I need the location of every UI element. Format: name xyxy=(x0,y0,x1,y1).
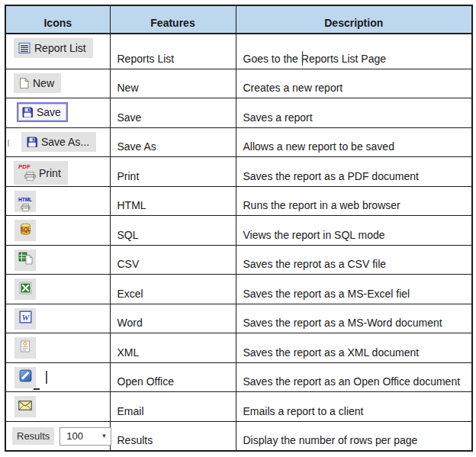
print-pdf-button[interactable]: PDFPrint xyxy=(14,161,68,185)
table-row: W Word Saves the report as a MS-Word doc… xyxy=(5,304,472,333)
html-toolbar-button[interactable]: HTML xyxy=(14,191,36,212)
description-cell: Saves the report as a PDF document xyxy=(236,157,472,187)
description-text: Saves the report as an Open Office docum… xyxy=(243,375,461,388)
icon-cell: SQL xyxy=(5,216,110,246)
column-header-features: Features xyxy=(110,5,236,34)
feature-cell: SQL xyxy=(110,216,236,246)
icon-cell: PDFPrint xyxy=(5,157,110,187)
table-row: Email Emails a report to a client xyxy=(5,392,472,422)
description-cell: Saves the report as a XML document xyxy=(236,333,472,363)
icon-cell xyxy=(5,245,110,275)
button-label: Print xyxy=(39,168,61,179)
openoffice-icon xyxy=(19,369,32,385)
feature-cell: CSV xyxy=(110,245,236,275)
icon-cell xyxy=(5,392,110,422)
text-cursor xyxy=(302,51,303,66)
table-row: SQL SQL Views the report in SQL mode xyxy=(5,216,472,246)
feature-label: Print xyxy=(117,170,140,182)
sql-toolbar-button[interactable]: SQL xyxy=(14,220,36,241)
feature-label: Email xyxy=(117,405,144,417)
icon-cell: HTML xyxy=(5,186,110,216)
feature-cell: Open Office xyxy=(110,362,236,392)
text-cursor xyxy=(46,371,47,384)
results-selected-value: 100 xyxy=(66,430,101,442)
description-cell: Saves the report as a MS-Word document xyxy=(236,304,472,333)
description-text: Display the number of rows per page xyxy=(243,434,418,446)
html-icon: HTML xyxy=(18,191,32,211)
table-row: New New Creates a new report xyxy=(5,69,472,98)
description-cell: Goes to the Reports List Page xyxy=(236,34,472,69)
description-cell: Display the number of rows per page xyxy=(236,421,472,451)
feature-cell: Save xyxy=(110,98,236,128)
feature-cell: Save As xyxy=(110,127,236,157)
xml-toolbar-button[interactable] xyxy=(14,337,36,359)
description-cell: Saves a report xyxy=(236,98,472,128)
button-label: Report List xyxy=(34,43,86,53)
icon-cell xyxy=(5,362,110,392)
feature-label: Word xyxy=(117,317,143,329)
description-cell: Saves the report as a MS-Excel fiel xyxy=(236,275,472,304)
icon-cell: Report List xyxy=(5,34,110,69)
dropdown-arrow-icon: ▼ xyxy=(101,433,107,439)
description-cell: Saves the report as an Open Office docum… xyxy=(236,362,472,392)
results-per-page-dropdown[interactable]: 100▼ xyxy=(60,427,111,446)
button-label: Save xyxy=(37,107,61,117)
table-row: Save Save Saves a report xyxy=(5,98,472,128)
table-row: CSV Saves the reprot as a CSV file xyxy=(5,245,472,275)
feature-cell: XML xyxy=(110,333,236,363)
icon-cell: New xyxy=(5,69,110,98)
table-row: XML Saves the report as a XML document xyxy=(5,333,472,363)
description-text: Runs the report in a web browser xyxy=(243,199,400,211)
excel-toolbar-button[interactable] xyxy=(14,278,36,300)
save-as-button[interactable]: Save As... xyxy=(21,132,96,152)
email-toolbar-button[interactable] xyxy=(14,396,36,417)
table-body: Report List Reports List Goes to the Rep… xyxy=(5,34,472,451)
feature-label: SQL xyxy=(117,229,139,241)
description-cell: Views the report in SQL mode xyxy=(236,216,472,246)
feature-label: XML xyxy=(117,346,140,359)
description-cell: Allows a new report to be saved xyxy=(236,127,472,157)
feature-label: Open Office xyxy=(117,375,174,388)
new-document-button[interactable]: New xyxy=(14,73,61,93)
icon-cell: Results100▼ xyxy=(5,421,110,451)
description-text: Saves the report as a MS-Excel fiel xyxy=(243,288,410,300)
description-cell: Runs the report in a web browser xyxy=(236,186,472,216)
save-button[interactable]: Save xyxy=(17,102,68,122)
feature-cell: Results xyxy=(110,421,236,451)
icon-cell xyxy=(5,275,110,304)
feature-label: Save As xyxy=(117,140,156,153)
table-row: Save As... Save As Allows a new report t… xyxy=(5,127,472,157)
button-label: New xyxy=(33,78,54,89)
svg-text:W: W xyxy=(21,313,30,322)
openoffice-toolbar-button[interactable] xyxy=(14,367,36,388)
report-list-button[interactable]: Report List xyxy=(14,38,93,58)
table-row: HTML HTML Runs the report in a web brows… xyxy=(5,186,472,216)
email-icon xyxy=(18,400,32,414)
description-cell: Creates a new report xyxy=(236,69,472,98)
feature-cell: Word xyxy=(110,304,236,333)
icon-cell xyxy=(5,333,110,363)
header-row: Icons Features Description xyxy=(5,5,472,34)
feature-label: Reports List xyxy=(117,53,175,65)
feature-cell: Excel xyxy=(110,275,236,304)
feature-cell: Print xyxy=(110,157,236,187)
icon-cell: Save As... xyxy=(5,127,110,157)
description-text: Saves the report as a XML document xyxy=(243,346,420,359)
feature-cell: New xyxy=(110,69,236,98)
word-toolbar-button[interactable]: W xyxy=(14,308,36,330)
icon-cell: Save xyxy=(5,98,110,128)
feature-label: Excel xyxy=(117,288,143,300)
feature-label: Results xyxy=(117,434,153,446)
description-text: Emails a report to a client xyxy=(243,405,364,417)
feature-label: Save xyxy=(117,111,142,124)
underscore-mark xyxy=(34,388,40,390)
text-cursor xyxy=(8,140,9,146)
feature-label: New xyxy=(117,82,139,94)
html-label: HTML xyxy=(18,198,32,203)
table-row: PDFPrint Print Saves the report as a PDF… xyxy=(5,157,472,187)
csv-toolbar-button[interactable] xyxy=(14,249,36,271)
icon-cell: W xyxy=(5,304,110,333)
description-cell: Saves the reprot as a CSV file xyxy=(236,245,472,275)
description-text: Goes to the Reports List Page xyxy=(243,53,387,65)
xml-icon xyxy=(20,340,31,356)
